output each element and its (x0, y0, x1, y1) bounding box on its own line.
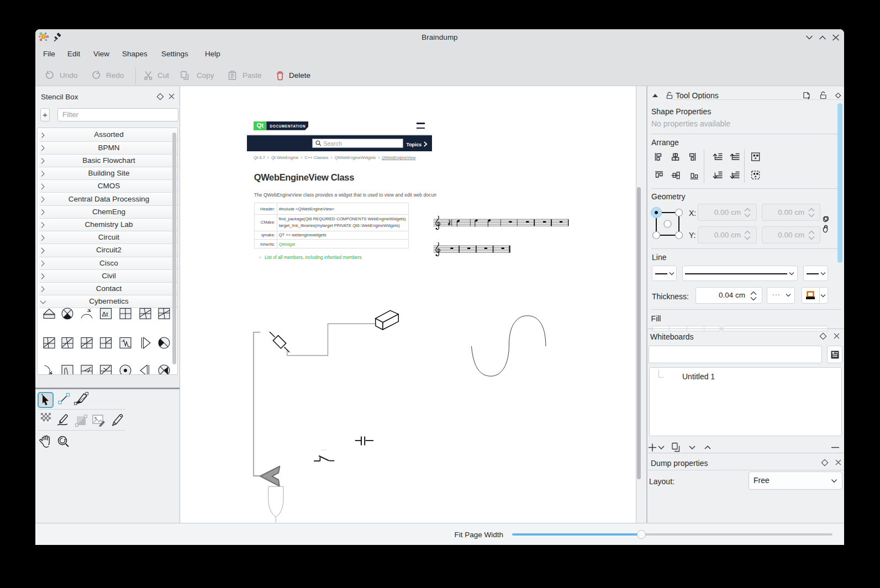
svg-text:Δt: Δt (102, 311, 109, 317)
